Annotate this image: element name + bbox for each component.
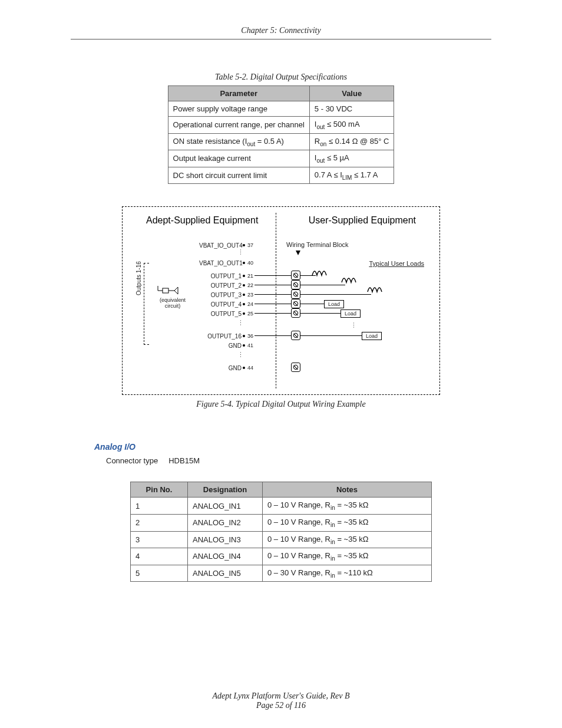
terminal-icon bbox=[291, 280, 300, 289]
cell: Ron ≤ 0.14 Ω @ 85° C bbox=[309, 133, 394, 150]
pin: 25 bbox=[246, 311, 259, 317]
sig-label: OUTPUT_5 bbox=[199, 311, 242, 317]
cell: ANALOG_IN1 bbox=[188, 498, 263, 515]
divider-line bbox=[276, 213, 276, 388]
page-footer: Adept Lynx Platform User's Guide, Rev B … bbox=[0, 691, 562, 710]
table2-h3: Notes bbox=[263, 482, 432, 498]
pin: 44 bbox=[246, 365, 259, 371]
cell: 4 bbox=[131, 548, 188, 565]
equivalent-circuit-label: (equivalent circuit) bbox=[157, 284, 189, 309]
cell: Iout ≤ 500 mA bbox=[309, 117, 394, 134]
cell: 2 bbox=[131, 514, 188, 531]
svg-rect-0 bbox=[163, 288, 168, 293]
table1-h2: Value bbox=[309, 86, 394, 101]
fig-left-title: Adept-Supplied Equipment bbox=[146, 215, 258, 226]
cell: ANALOG_IN5 bbox=[188, 565, 263, 582]
cell: 1 bbox=[131, 498, 188, 515]
load-box: Load bbox=[362, 332, 382, 340]
table-row: DC short circuit current limit 0.7 A ≤ I… bbox=[168, 167, 394, 184]
sig-label: VBAT_IO_OUT4 bbox=[199, 242, 242, 249]
outputs-bracket bbox=[144, 263, 149, 345]
cell: 0 – 10 V Range, Rin = ~35 kΩ bbox=[263, 498, 432, 515]
table2-h1: Pin No. bbox=[131, 482, 188, 498]
ellipsis-icon: ··· bbox=[238, 320, 244, 327]
sig-label: OUTPUT_3 bbox=[199, 292, 242, 298]
fig-right-title: User-Supplied Equipment bbox=[309, 215, 416, 226]
figure-caption: Figure 5-4. Typical Digital Output Wirin… bbox=[122, 400, 440, 409]
table-row: ON state resistance (Iout = 0.5 A) Ron ≤… bbox=[168, 133, 394, 150]
cell: Power supply voltage range bbox=[168, 101, 309, 117]
table-row: Operational current range, per channel I… bbox=[168, 117, 394, 134]
terminal-icon bbox=[291, 289, 300, 299]
coil-icon bbox=[366, 282, 384, 294]
cell: 0 – 10 V Range, Rin = ~35 kΩ bbox=[263, 514, 432, 531]
cell: ANALOG_IN2 bbox=[188, 514, 263, 531]
pin: 24 bbox=[246, 301, 259, 307]
cell: Operational current range, per channel bbox=[168, 117, 309, 134]
terminal-icon bbox=[291, 271, 300, 280]
pin: 40 bbox=[246, 260, 259, 266]
terminal-icon bbox=[291, 308, 300, 318]
sig-label: OUTPUT_4 bbox=[199, 301, 242, 308]
table-row: 3ANALOG_IN30 – 10 V Range, Rin = ~35 kΩ bbox=[131, 531, 432, 548]
cell: ANALOG_IN3 bbox=[188, 531, 263, 548]
figure-digital-output-wiring: Adept-Supplied Equipment User-Supplied E… bbox=[122, 206, 440, 395]
footer-title: Adept Lynx Platform User's Guide, Rev B bbox=[0, 691, 562, 701]
pin: 21 bbox=[246, 273, 259, 279]
cell: 5 - 30 VDC bbox=[309, 101, 394, 117]
cell: ANALOG_IN4 bbox=[188, 548, 263, 565]
pin: 36 bbox=[246, 333, 259, 339]
arrow-down-icon bbox=[296, 251, 300, 255]
cell: 0 – 10 V Range, Rin = ~35 kΩ bbox=[263, 531, 432, 548]
terminal-icon bbox=[291, 331, 300, 340]
connector-type-line: Connector type HDB15M bbox=[106, 456, 491, 465]
table-row: 1ANALOG_IN10 – 10 V Range, Rin = ~35 kΩ bbox=[131, 498, 432, 515]
pin: 41 bbox=[246, 342, 259, 348]
terminal-icon bbox=[291, 299, 300, 308]
cell: Iout ≤ 5 µA bbox=[309, 150, 394, 167]
cell: DC short circuit current limit bbox=[168, 167, 309, 184]
table-row: Power supply voltage range 5 - 30 VDC bbox=[168, 101, 394, 117]
coil-icon bbox=[311, 266, 329, 278]
table-row: 2ANALOG_IN20 – 10 V Range, Rin = ~35 kΩ bbox=[131, 514, 432, 531]
load-box: Load bbox=[340, 309, 361, 318]
cell: 0 – 30 V Range, Rin = ~110 kΩ bbox=[263, 565, 432, 582]
ellipsis-icon: ··· bbox=[238, 352, 244, 358]
table-row: 5ANALOG_IN50 – 30 V Range, Rin = ~110 kΩ bbox=[131, 565, 432, 582]
footer-page: Page 52 of 116 bbox=[0, 701, 562, 710]
cell: 0.7 A ≤ ILIM ≤ 1.7 A bbox=[309, 167, 394, 184]
table1-caption: Table 5-2. Digital Output Specifications bbox=[71, 73, 491, 82]
wiring-terminal-block-label: Wiring Terminal Block bbox=[286, 241, 349, 248]
pin: 22 bbox=[246, 282, 259, 288]
cell: Output leakage current bbox=[168, 150, 309, 167]
pin: 23 bbox=[246, 292, 259, 298]
sig-label: GND bbox=[199, 342, 242, 349]
sig-label: OUTPUT_16 bbox=[199, 333, 242, 340]
cell: 0 – 10 V Range, Rin = ~35 kΩ bbox=[263, 548, 432, 565]
connector-type-value: HDB15M bbox=[168, 456, 200, 465]
coil-icon bbox=[340, 273, 358, 285]
cell: 5 bbox=[131, 565, 188, 582]
sig-label: OUTPUT_2 bbox=[199, 282, 242, 289]
page-header: Chapter 5: Connectivity bbox=[71, 26, 491, 39]
table-digital-output-specs: Parameter Value Power supply voltage ran… bbox=[168, 85, 395, 184]
outputs-side-label: Outputs 1-16 bbox=[135, 262, 142, 296]
table-row: Output leakage current Iout ≤ 5 µA bbox=[168, 150, 394, 167]
table-analog-io-pins: Pin No. Designation Notes 1ANALOG_IN10 –… bbox=[130, 482, 432, 582]
pin: 37 bbox=[246, 242, 259, 248]
analog-io-heading: Analog I/O bbox=[94, 442, 491, 452]
table2-h2: Designation bbox=[188, 482, 263, 498]
typical-user-loads-label: Typical User Loads bbox=[369, 260, 424, 267]
connector-type-label: Connector type bbox=[106, 456, 158, 465]
table-row: 4ANALOG_IN40 – 10 V Range, Rin = ~35 kΩ bbox=[131, 548, 432, 565]
sig-label: VBAT_IO_OUT1 bbox=[199, 260, 242, 266]
cell: 3 bbox=[131, 531, 188, 548]
terminal-icon bbox=[291, 363, 300, 372]
sig-label: OUTPUT_1 bbox=[199, 273, 242, 279]
sig-label: GND bbox=[199, 365, 242, 371]
cell: ON state resistance (Iout = 0.5 A) bbox=[168, 133, 309, 150]
ellipsis-icon: ··· bbox=[351, 322, 357, 329]
load-box: Load bbox=[324, 300, 344, 308]
ellipsis-icon: ··· bbox=[238, 249, 244, 256]
table1-h1: Parameter bbox=[168, 86, 309, 101]
